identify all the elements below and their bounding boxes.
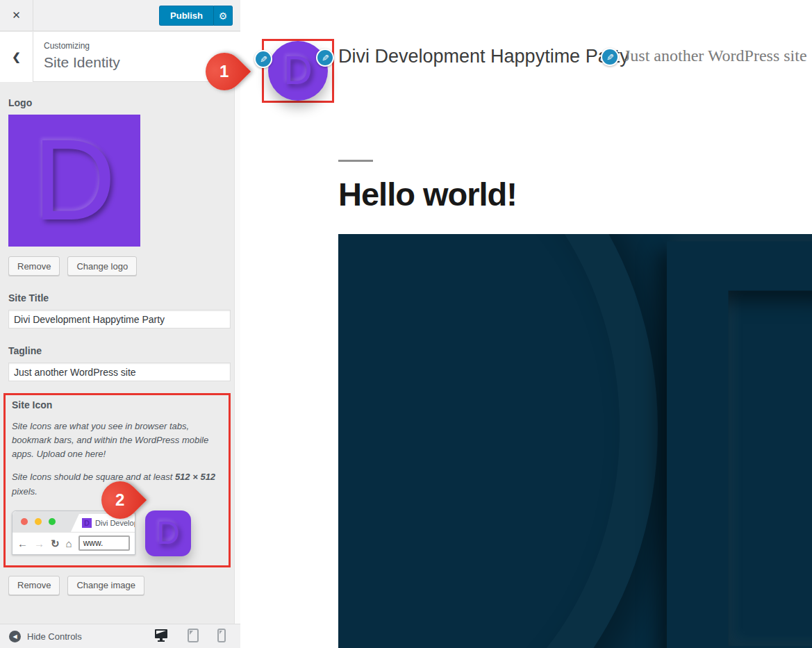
sidebar-scrollbar[interactable] [234,82,240,624]
publish-actions: Publish ⚙ [159,6,233,26]
wordpress-customizer: ✕ Publish ⚙ ❮ Customizing Site Identity … [0,0,812,648]
site-icon-description: Site Icons are what you see in browser t… [12,419,222,461]
edit-logo-shortcut-button[interactable]: ✎ [254,50,272,68]
edit-tagline-shortcut-button[interactable]: ✎ [601,48,619,66]
requirement-suffix: pixels. [12,486,38,497]
panel-header: ❮ Customizing Site Identity [0,32,240,82]
logo-letter: D [33,116,115,244]
panel-header-titles: Customizing Site Identity [44,41,120,71]
hide-controls-button[interactable]: ◀ Hide Controls [9,631,82,642]
tagline-label: Tagline [8,345,226,356]
site-preview: ✎ D ✎ Divi Development Happytime Party ✎… [240,0,812,648]
featured-image: D [338,234,812,648]
preview-tagline: Just another WordPress site [624,47,807,65]
publish-button[interactable]: Publish [159,6,213,26]
back-arrow-icon: ← [17,538,28,549]
tagline-input[interactable] [8,363,231,381]
close-customizer-button[interactable]: ✕ [0,0,33,31]
forward-arrow-icon: → [34,538,44,549]
gear-icon: ⚙ [219,10,228,22]
preview-site-title[interactable]: Divi Development Happytime Party [338,46,629,67]
traffic-light-yellow-icon [35,518,42,525]
tablet-icon [188,629,199,642]
remove-logo-button[interactable]: Remove [8,256,60,276]
customizer-sidebar: ✕ Publish ⚙ ❮ Customizing Site Identity … [0,0,240,648]
tablet-preview-button[interactable] [188,629,199,644]
site-logo-letter: D [283,47,313,92]
tagline-field-group: Tagline [8,345,226,381]
customizer-footer: ◀ Hide Controls [0,624,240,648]
mobile-icon [217,629,226,642]
pencil-icon: ✎ [260,54,267,65]
site-title-input[interactable] [8,310,231,329]
change-image-button[interactable]: Change image [67,576,144,595]
device-preview-switcher [154,629,231,644]
tab-title: Divi Develop [95,519,135,527]
address-bar: www. [78,535,130,551]
annotation-step-1-number: 1 [219,62,229,81]
breadcrumb: Customizing [44,41,120,51]
pencil-icon: ✎ [322,53,329,63]
traffic-light-green-icon [49,518,56,525]
customizer-topbar: ✕ Publish ⚙ [0,0,240,31]
home-icon: ⌂ [66,538,72,549]
featured-letter: D [613,234,812,648]
desktop-preview-button[interactable] [154,629,169,644]
change-logo-button[interactable]: Change logo [67,256,137,276]
edit-site-title-shortcut-button[interactable]: ✎ [316,49,334,67]
app-icon-letter: D [156,515,179,551]
chevron-left-icon: ❮ [12,51,21,63]
site-icon-section-highlighted: Site Icon Site Icons are what you see in… [3,393,231,567]
logo-buttons: Remove Change logo [8,256,226,276]
mobile-preview-button[interactable] [217,629,226,644]
site-title-label: Site Title [8,292,226,304]
pencil-icon: ✎ [606,52,614,63]
controls-panel: Logo D Remove Change logo Site Title Tag… [0,82,234,624]
close-icon: ✕ [12,9,21,21]
requirement-size: 512 × 512 [175,472,215,482]
desktop-icon [154,629,169,642]
refresh-icon: ↻ [51,538,60,549]
collapse-arrow-icon: ◀ [9,631,21,642]
site-title-field-group: Site Title [8,292,226,329]
tab-favicon-icon: D [82,518,92,528]
browser-toolbar: ← → ↻ ⌂ www. [13,532,135,554]
back-button[interactable]: ❮ [0,32,33,82]
site-icon-app-preview: D [145,510,191,556]
remove-site-icon-button[interactable]: Remove [8,576,60,595]
logo-label: Logo [8,97,226,108]
site-icon-buttons: Remove Change image [8,576,226,595]
hide-controls-label: Hide Controls [27,631,82,642]
panel-title: Site Identity [44,54,120,71]
site-icon-label: Site Icon [12,399,222,410]
post-title[interactable]: Hello world! [338,175,517,213]
logo-preview-image: D [8,115,140,247]
publish-settings-button[interactable]: ⚙ [213,6,233,26]
post-divider [338,160,373,162]
requirement-text: Site Icons should be square and at least [12,472,175,482]
traffic-light-red-icon [21,518,28,525]
annotation-step-2-number: 2 [115,490,124,510]
featured-ring-shape [338,234,658,648]
